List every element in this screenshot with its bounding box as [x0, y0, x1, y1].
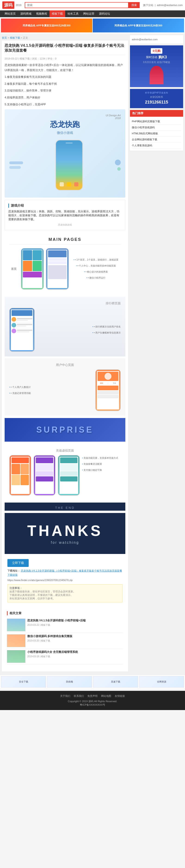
user-email: admin@wutianluo.com	[157, 4, 183, 6]
breadcrumb-category[interactable]: 模板下载	[10, 36, 20, 39]
game-intro-section: 游戏介绍 恐龙快跑游戏主要玩法：奔跑、跳跃、控制、英雄技能，充分展示。游戏界面简…	[5, 200, 125, 230]
sidebar-phone: 2191266115	[132, 100, 181, 105]
bottom-banner-2[interactable]: 高速下载	[93, 676, 138, 688]
ranking-phone-mockup	[9, 308, 35, 352]
sidebar-ad1-figure	[150, 66, 163, 84]
footer-link-2[interactable]: 免责声明	[87, 694, 98, 698]
footer-link-3[interactable]: 网站地图	[101, 694, 111, 698]
hot-item-link-2[interactable]: HTML5响应式网站模板	[132, 132, 158, 135]
banner-ad-right-text: 同界精品色 APP专属首注送800元26倍300	[114, 24, 162, 27]
breadcrumb: 首页 > 模板下载 > 正文	[2, 35, 128, 40]
related-info-2: 小程序游戏源码大全 含完整后端管理系统 2019-03-18 | 模板下载	[27, 650, 123, 663]
annotation-1: • 1个首页，1个道具，游戏排行，游戏设置	[71, 257, 121, 263]
related-info-0: 恐龙快跑 V4.1.5全开源码密版 小程序前端+后端 2019-03-22 | …	[27, 619, 123, 631]
user-center-annotations: • 个人用户人数统计 • 充值记录管理功能	[9, 384, 92, 396]
article-box: 恐龙快跑 V4.1.5全开源码密版 小程序前端+后端 修复多开版多个账号无法添加…	[2, 40, 128, 671]
footer-link-1[interactable]: 联系我们	[74, 694, 84, 698]
hot-item-link-1[interactable]: 微信小程序游戏源码	[132, 126, 155, 129]
content-area: 首页 > 模板下载 > 正文 恐龙快跑 V4.1.5全开源码密版 小程序前端+后…	[2, 35, 128, 673]
bottom-banner-3[interactable]: 全网资源	[139, 676, 184, 688]
main-pages-section: MAIN PAGES 首页	[5, 232, 125, 294]
search-button[interactable]: 搜索	[128, 2, 140, 8]
sidebar-ad1[interactable]: 0元购 限时活动 购K3 3月22日首充 送迅1TB硬盘	[130, 45, 183, 87]
banner-ad-left[interactable]: 同界精品色 APP专属首注送800元26倍300	[1, 19, 92, 32]
site-logo[interactable]: 源码	[2, 1, 14, 9]
footer-copyright: Copyright © 2019 源码 All Rights Reserved.	[3, 700, 182, 703]
article-para-1: 恐龙快跑游戏素材一款非常适合小程序+后台一体化游戏，以让玩家体验到最佳的游戏体验…	[5, 63, 125, 73]
sidebar-user-email: admin@wutianluo.com	[132, 37, 181, 42]
breadcrumb-current: 正文	[23, 36, 28, 39]
related-thumb-1	[7, 634, 26, 647]
sidebar-user-content: admin@wutianluo.com	[130, 35, 183, 43]
article-title: 恐龙快跑 V4.1.5全开源码密版 小程序前端+后端 修复多开版多个账号无法添加…	[5, 43, 125, 55]
related-item-meta-0: 2019-03-22 | 模板下载	[27, 623, 123, 627]
banner-ads: 同界精品色 APP专属首注送800元26倍300 同界精品色 APP专属首注送8…	[0, 18, 185, 33]
footer-link-0[interactable]: 关于我们	[60, 694, 70, 698]
article-meta: 2019-03-22 | 模板下载 | 浏览：1234 | 评论：0	[5, 57, 125, 60]
sidebar-ad2[interactable]: 科学资源PHP开发发布 欢迎QQ联系 2191266115	[130, 89, 183, 108]
warning-title: 注意事项：	[9, 587, 22, 589]
nav-ops[interactable]: 网站运营	[81, 10, 97, 17]
warning-item-2: 下载前请认真阅读说明，不懂请勿下载，建议先看演示。	[9, 593, 120, 597]
bottom-banner-1[interactable]: 防病毒	[47, 676, 92, 688]
hot-item-2: HTML5响应式网站模板	[132, 131, 181, 137]
recharge-ann-3: 支付接口稳定可靠	[82, 467, 121, 473]
hot-item-link-0[interactable]: PHP网站源码完整版下载	[132, 120, 160, 123]
nav-video[interactable]: 视频教程	[34, 10, 49, 17]
hot-item-link-4[interactable]: 个人博客系统源码	[132, 144, 152, 147]
flag-station-label: 旗下分站	[143, 4, 153, 6]
download-section: 立即下载 下载地址： 恐龙快跑-V4.1.5全开源码密版（小程序前端+后端）修复…	[5, 556, 125, 607]
nav-forum[interactable]: 源码论坛	[97, 10, 112, 17]
breadcrumb-home[interactable]: 首页	[2, 36, 7, 39]
search-input[interactable]	[25, 2, 128, 8]
divider-1	[9, 244, 121, 245]
recharge-annotations: 充值功能完善，支持多种充值方式 充值套餐灵活配置 支付接口稳定可靠	[82, 455, 121, 473]
download-link-url: https://www.finder.cn/abc/games/23902070…	[7, 578, 122, 583]
pages-label: 首页	[9, 267, 18, 271]
hot-item-3: 企业网站源码模板下载	[132, 137, 181, 143]
main-container: 首页 > 模板下载 > 正文 恐龙快跑 V4.1.5全开源码密版 小程序前端+后…	[0, 33, 185, 675]
nav-tools[interactable]: 站长工具	[65, 10, 81, 17]
banner-ad-right[interactable]: 同界精品色 APP专属首注送800元26倍300	[93, 19, 184, 32]
bottom-banner-0[interactable]: 安全下载	[1, 676, 46, 688]
related-item-title-1[interactable]: 微信小游戏源码 多种游戏合集完整版	[27, 634, 123, 638]
related-item-title-0[interactable]: 恐龙快跑 V4.1.5全开源码密版 小程序前端+后端	[27, 619, 123, 622]
annotation-4: • 微信小程序运行	[71, 275, 121, 281]
logo-area: 源码 2019	[2, 1, 21, 9]
hot-item-1: 微信小程序游戏源码	[132, 125, 181, 131]
download-button[interactable]: 立即下载	[7, 559, 29, 567]
game-intro-title: 游戏介绍	[8, 204, 122, 208]
footer-link-4[interactable]: 友情链接	[115, 694, 125, 698]
related-item-title-2[interactable]: 小程序游戏源码大全 含完整后端管理系统	[27, 650, 123, 654]
download-notice: 注意事项： 如遇下载链接失效，请在评论区留言，管理员会及时更新。 下载前请认真阅…	[7, 584, 122, 602]
sidebar-ad1-date: 3月22日首充 送迅1TB硬盘	[143, 61, 170, 64]
download-notice-title: 下载地址：	[7, 569, 20, 572]
recharge-phone-1	[9, 455, 31, 496]
the-end-section: THE END	[5, 502, 125, 510]
main-nav: 网站首页 源码商城 视频教程 模板下载 站长工具 网站运营 源码论坛	[0, 10, 185, 17]
ranking-ann-1: • 排行榜展示当前用户排名	[38, 324, 121, 330]
surprise-text: SURPRISE	[11, 425, 118, 435]
game-intro-text: 恐龙快跑游戏主要玩法：奔跑、跳跃、控制、英雄技能，充分展示。游戏界面简洁大方，功…	[8, 210, 122, 221]
recharge-phone-2	[34, 455, 56, 496]
banner-ad-left-text: 同界精品色 APP专属首注送800元26倍300	[23, 24, 71, 27]
download-link[interactable]: 恐龙快跑-V4.1.5全开源码密版（小程序前端+后端）修复多开版多个账号无法添加…	[7, 569, 122, 576]
recharge-ann-1: 充值功能完善，支持多种充值方式	[82, 455, 121, 461]
sidebar-ad2-box: 科学资源PHP开发发布 欢迎QQ联系 2191266115	[130, 89, 183, 108]
nav-home[interactable]: 网站首页	[2, 10, 18, 17]
footer-icp: 粤ICP备XXXXXXXX号	[3, 703, 182, 707]
hot-item-link-3[interactable]: 企业网站源码模板下载	[132, 138, 157, 141]
nav-templates[interactable]: 模板下载	[49, 10, 65, 17]
annotation-2: • 个人中心，充值功能等多种功能页面	[71, 263, 121, 269]
uc-ann-2: • 充值记录管理功能	[9, 390, 92, 396]
article-content: 恐龙快跑游戏素材一款非常适合小程序+后台一体化游戏，以让玩家体验到最佳的游戏体验…	[5, 63, 125, 107]
game-feature-banner: UI Design Art 2018 恐龙快跑 微信小游戏	[5, 109, 125, 197]
thanks-section: THANKS for watching	[5, 513, 125, 554]
sidebar: admin@wutianluo.com 0元购 限时活动 购K3 3月22日首充…	[130, 35, 183, 673]
bottom-banner: 安全下载 防病毒 高速下载 全网资源	[0, 675, 185, 688]
nav-shop[interactable]: 源码商城	[18, 10, 34, 17]
score-display: 300	[100, 382, 103, 384]
related-item-0: 恐龙快跑 V4.1.5全开源码密版 小程序前端+后端 2019-03-22 | …	[7, 617, 123, 633]
header-top: 源码 2019 搜索 旗下分站 | admin@wutianluo.com	[0, 0, 185, 10]
ui-design-label: UI Design Art	[9, 114, 121, 117]
